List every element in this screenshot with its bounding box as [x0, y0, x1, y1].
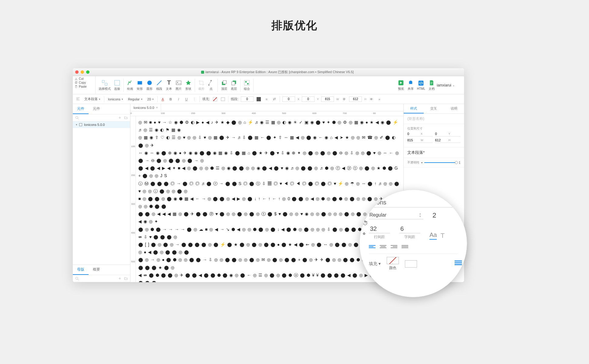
svg-rect-20 [245, 81, 247, 83]
circle-button[interactable]: 圆形 [145, 79, 154, 92]
align-extra-icon[interactable] [455, 260, 462, 266]
copy-button[interactable]: Copy [75, 81, 93, 85]
account-menu[interactable]: iamxiarui⌄ [437, 83, 455, 87]
zoom-fill-label[interactable]: 填充 ▾ [369, 261, 381, 267]
zoom-weight-select[interactable]: Regular ▴▾ [369, 211, 423, 219]
zoom-weight-num: 2 [432, 211, 436, 219]
close-window-button[interactable] [75, 70, 79, 74]
italic-button[interactable]: I [176, 96, 181, 102]
line-style-button[interactable]: ≡ [264, 96, 269, 102]
file-tab-ionicons[interactable]: Ionicons 5.0.0 × [130, 104, 161, 111]
size-select[interactable]: 20▾ [146, 97, 155, 102]
font-select[interactable]: Ionicons▾ [107, 97, 124, 102]
y-input[interactable] [302, 96, 315, 102]
letter-spacing-field[interactable]: 6 [399, 225, 420, 233]
overflow-button[interactable]: » [377, 96, 382, 102]
bold-button[interactable]: B [168, 96, 173, 102]
image-button[interactable]: 图片 [174, 79, 183, 92]
widget-name-input[interactable]: (矩形名称) [407, 116, 460, 121]
fill-color-button[interactable] [212, 96, 218, 102]
doc-button[interactable]: 文档 [427, 79, 436, 92]
svg-rect-21 [247, 83, 249, 84]
svg-rect-18 [232, 82, 235, 85]
point-button[interactable]: 点 [207, 79, 216, 92]
page-heading: 排版优化 [0, 0, 589, 45]
svg-rect-7 [105, 83, 107, 85]
tab-style[interactable]: 样式 [404, 104, 424, 113]
align-center-button[interactable] [380, 245, 386, 250]
draw-button[interactable]: 绘画 [126, 79, 135, 92]
lineseg-input[interactable] [241, 96, 254, 102]
back-button[interactable]: 底层 [229, 79, 238, 92]
clipboard-group: Cut Copy Paste [73, 76, 96, 94]
h-input[interactable] [349, 96, 362, 102]
more-text-button[interactable]: ⋮ [192, 96, 197, 102]
tab-masters[interactable]: 母版 [73, 265, 89, 275]
align-left-button[interactable] [369, 245, 375, 250]
preview-button[interactable]: 预览 [396, 79, 406, 92]
fill-color-swatch[interactable] [387, 257, 399, 264]
align-right-button[interactable] [391, 245, 397, 250]
align-justify-button[interactable] [402, 245, 408, 250]
line-button[interactable]: 线段 [155, 79, 164, 92]
h-field[interactable]: H [435, 138, 461, 143]
tab-widgets[interactable]: 元件 [73, 104, 89, 114]
visibility-button[interactable]: 👁 [369, 96, 374, 102]
style-preset-select[interactable]: 文本段落▾ [83, 96, 102, 102]
svg-point-12 [177, 82, 178, 83]
line-height-field[interactable]: 32 [369, 225, 390, 233]
close-tab-icon[interactable]: × [156, 106, 158, 109]
svg-rect-19 [244, 80, 250, 85]
style-icon[interactable] [75, 96, 81, 102]
app-icon [201, 71, 204, 74]
tab-interactions[interactable]: 交互 [424, 104, 444, 113]
cut-button[interactable]: Cut [75, 77, 93, 81]
group-button[interactable]: 组合 [242, 79, 251, 92]
shape-button[interactable]: 形状 [184, 79, 193, 92]
connect-button[interactable]: 连接 [113, 79, 122, 92]
tab-outline[interactable]: 概要 [89, 265, 104, 275]
weight-select[interactable]: Regular▾ [127, 97, 144, 102]
svg-rect-25 [221, 97, 225, 101]
line-arrow-button[interactable]: ⇄ [272, 96, 277, 102]
text-case-button[interactable]: Aa [429, 231, 437, 240]
search-icon[interactable] [75, 116, 79, 120]
tab-widgets-2[interactable]: 元件 [89, 104, 104, 114]
search-icon[interactable] [75, 277, 79, 280]
folder-icon[interactable] [124, 116, 128, 120]
text-t-button[interactable]: T [440, 232, 444, 240]
maximize-window-button[interactable] [86, 70, 89, 74]
x-input[interactable] [282, 96, 295, 102]
minimize-window-button[interactable] [81, 70, 84, 74]
text-button[interactable]: T文本 [164, 79, 173, 92]
rect-button[interactable]: 矩形 [135, 79, 144, 92]
select-mode-button[interactable]: 选择模式 [97, 79, 112, 92]
folder-icon[interactable] [124, 277, 128, 280]
w-field[interactable]: W [407, 138, 433, 143]
underline-button[interactable]: U [184, 96, 189, 102]
left-search-row [73, 114, 130, 121]
fill-image-button[interactable] [220, 96, 226, 102]
html-button[interactable]: HTML [416, 79, 426, 91]
x-field[interactable]: X [407, 132, 433, 136]
front-button[interactable]: 顶层 [220, 79, 229, 92]
y-field[interactable]: Y [435, 132, 461, 136]
paste-button[interactable]: Paste [75, 85, 93, 89]
svg-point-13 [208, 84, 210, 86]
lock-aspect-button[interactable]: ⊕ [341, 96, 347, 102]
crop-button[interactable]: 裁剪 [197, 79, 206, 92]
svg-rect-11 [176, 81, 181, 85]
share-button[interactable]: 共享 [406, 79, 415, 92]
format-bar: 文本段落▾ Ionicons▾ Regular▾ 20▾ A B I U ⋮ 填… [73, 94, 464, 104]
line-color-button[interactable] [256, 96, 261, 102]
main-toolbar: 选择模式 连接 绘画 矩形 圆形 线段 T文本 图片 形状 裁剪 点 顶层 底层… [96, 76, 464, 94]
tree-item-ionicons[interactable]: ▾ Ionicons 5.0.0 [73, 121, 130, 128]
tab-notes[interactable]: 说明 [444, 104, 464, 113]
add-icon[interactable] [118, 116, 122, 120]
text-color-button[interactable]: A [160, 96, 166, 102]
w-input[interactable] [321, 96, 334, 102]
opacity-slider[interactable]: 不透明性▾ 1 [407, 160, 460, 165]
chevrons-icon: ‹ › [363, 230, 368, 237]
add-icon[interactable] [118, 277, 122, 280]
fill-secondary-swatch[interactable] [405, 260, 417, 268]
